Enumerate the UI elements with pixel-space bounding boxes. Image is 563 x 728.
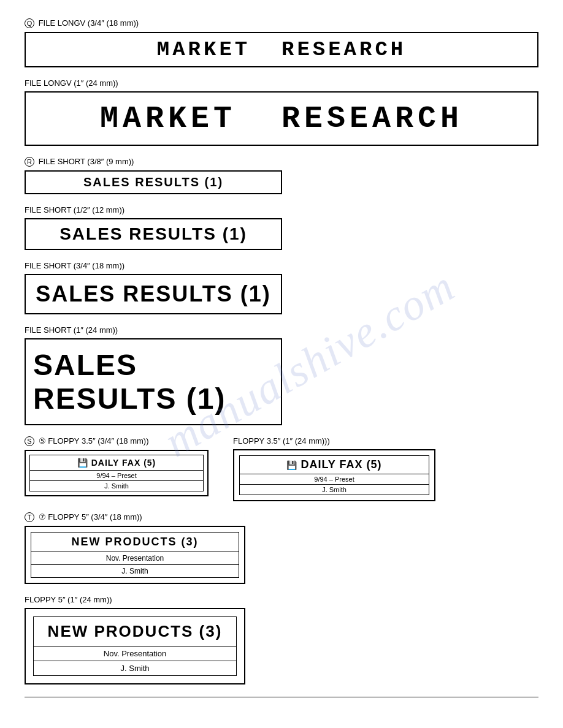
floppy-5-lg-title-row: NEW PRODUCTS (3) <box>34 617 236 646</box>
floppy-disk-icon-sm: 💾 <box>77 458 88 468</box>
floppy-35-row: S ⑤ FLOPPY 3.5″ (3/4″ (18 mm)) 💾 DAILY F… <box>25 436 538 501</box>
file-longv-small-text: MARKET RESEARCH <box>157 38 406 61</box>
floppy-35-sm-inner: 💾 DAILY FAX (5) 9/94 – Preset J. Smith <box>29 455 204 491</box>
file-short-34-box: SALES RESULTS (1) <box>25 274 282 314</box>
file-short-34-section: FILE SHORT (3/4″ (18 mm)) SALES RESULTS … <box>25 261 538 314</box>
floppy-35-lg-sub1: 9/94 – Preset <box>240 474 429 485</box>
floppy-5-lg-inner: NEW PRODUCTS (3) Nov. Presentation J. Sm… <box>33 616 237 676</box>
floppy-5-sm-inner: NEW PRODUCTS (3) Nov. Presentation J. Sm… <box>31 532 239 578</box>
floppy-5-lg-box: NEW PRODUCTS (3) Nov. Presentation J. Sm… <box>25 608 245 684</box>
floppy-35-sm-title-row: 💾 DAILY FAX (5) <box>30 455 203 471</box>
file-short-34-label: FILE SHORT (3/4″ (18 mm)) <box>25 261 538 270</box>
floppy-5-lg-label: FLOPPY 5″ (1″ (24 mm)) <box>25 595 538 604</box>
file-short-1-box: SALES RESULTS (1) <box>25 338 282 425</box>
floppy-35-lg-sub2: J. Smith <box>240 485 429 495</box>
file-short-34-text: SALES RESULTS (1) <box>36 281 270 307</box>
file-short-1-label: FILE SHORT (1″ (24 mm)) <box>25 325 538 335</box>
floppy-5-lg-sub1: Nov. Presentation <box>34 646 236 661</box>
floppy-35-lg-title: DAILY FAX (5) <box>301 458 381 471</box>
file-longv-large-box: MARKET RESEARCH <box>25 91 538 146</box>
floppy-disk-icon-lg: 💾 <box>286 460 297 470</box>
file-short-38-label: R FILE SHORT (3/8″ (9 mm)) <box>25 157 538 167</box>
file-longv-small-label: Q FILE LONGV (3/4″ (18 mm)) <box>25 18 538 28</box>
file-short-12-text: SALES RESULTS (1) <box>59 224 247 244</box>
floppy-35-lg-title-row: 💾 DAILY FAX (5) <box>240 456 429 474</box>
floppy-5-lg-sub2: J. Smith <box>34 661 236 675</box>
file-longv-large-text: MARKET RESEARCH <box>100 101 463 136</box>
floppy-5-sm-title-row: NEW PRODUCTS (3) <box>31 533 239 552</box>
floppy-35-sm-box: 💾 DAILY FAX (5) 9/94 – Preset J. Smith <box>25 450 209 496</box>
floppy-35-sm-sub2: J. Smith <box>30 481 203 491</box>
floppy-35-lg-box: 💾 DAILY FAX (5) 9/94 – Preset J. Smith <box>233 449 435 501</box>
floppy-35-section: S ⑤ FLOPPY 3.5″ (3/4″ (18 mm)) 💾 DAILY F… <box>25 436 538 501</box>
file-short-38-text: SALES RESULTS (1) <box>83 175 223 189</box>
file-short-38-box: SALES RESULTS (1) <box>25 170 282 194</box>
file-short-12-box: SALES RESULTS (1) <box>25 218 282 250</box>
file-short-1-text: SALES RESULTS (1) <box>33 348 274 415</box>
floppy-35-sm-col: S ⑤ FLOPPY 3.5″ (3/4″ (18 mm)) 💾 DAILY F… <box>25 436 209 496</box>
file-longv-small-section: Q FILE LONGV (3/4″ (18 mm)) MARKET RESEA… <box>25 18 538 67</box>
file-longv-large-label: FILE LONGV (1″ (24 mm)) <box>25 78 538 88</box>
floppy-5-sm-label: T ⑦ FLOPPY 5″ (3/4″ (18 mm)) <box>25 512 538 522</box>
floppy-5-sm-sub1: Nov. Presentation <box>31 552 239 565</box>
floppy-5-sm-title: NEW PRODUCTS (3) <box>72 536 199 548</box>
floppy-5-lg-title: NEW PRODUCTS (3) <box>48 622 223 641</box>
floppy-5-sm-box: NEW PRODUCTS (3) Nov. Presentation J. Sm… <box>25 526 245 584</box>
floppy-5-lg-section: FLOPPY 5″ (1″ (24 mm)) NEW PRODUCTS (3) … <box>25 595 538 684</box>
floppy-35-lg-col: FLOPPY 3.5″ (1″ (24 mm))) 💾 DAILY FAX (5… <box>233 436 435 501</box>
floppy-35-sm-label: S ⑤ FLOPPY 3.5″ (3/4″ (18 mm)) <box>25 436 209 446</box>
file-short-12-label: FILE SHORT (1/2″ (12 mm)) <box>25 205 538 214</box>
floppy-35-lg-inner: 💾 DAILY FAX (5) 9/94 – Preset J. Smith <box>239 455 429 495</box>
floppy-5-sm-section: T ⑦ FLOPPY 5″ (3/4″ (18 mm)) NEW PRODUCT… <box>25 512 538 584</box>
floppy-5-sm-sub2: J. Smith <box>31 565 239 577</box>
file-longv-small-box: MARKET RESEARCH <box>25 32 538 67</box>
file-short-12-section: FILE SHORT (1/2″ (12 mm)) SALES RESULTS … <box>25 205 538 250</box>
floppy-35-sm-title: DAILY FAX (5) <box>91 458 156 468</box>
floppy-35-lg-label: FLOPPY 3.5″ (1″ (24 mm))) <box>233 436 435 446</box>
file-short-1-section: FILE SHORT (1″ (24 mm)) SALES RESULTS (1… <box>25 325 538 425</box>
bottom-divider <box>25 697 538 697</box>
file-short-38-section: R FILE SHORT (3/8″ (9 mm)) SALES RESULTS… <box>25 157 538 194</box>
file-longv-large-section: FILE LONGV (1″ (24 mm)) MARKET RESEARCH <box>25 78 538 146</box>
floppy-35-sm-sub1: 9/94 – Preset <box>30 471 203 481</box>
